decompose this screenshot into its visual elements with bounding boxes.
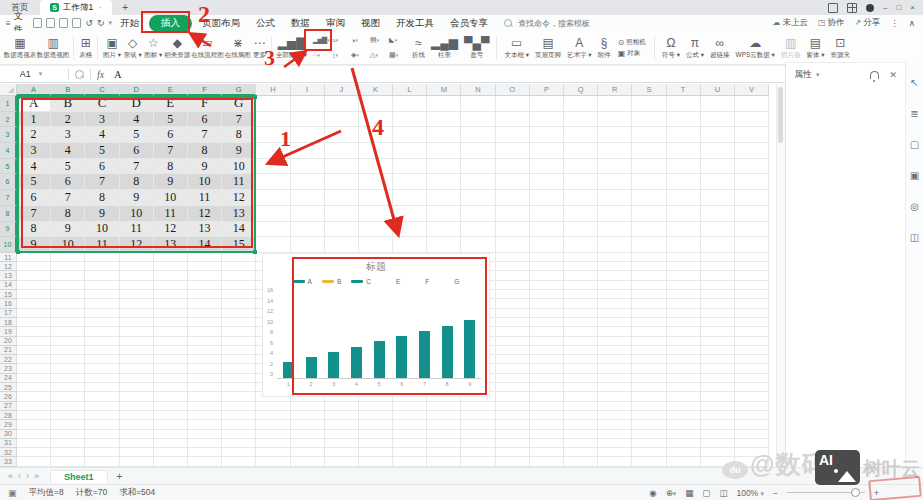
cell-O22[interactable] xyxy=(496,355,530,364)
select-all-corner[interactable] xyxy=(0,84,17,96)
online-mindmap-button[interactable]: ⋇在线脑图 xyxy=(225,36,251,60)
cell-G30[interactable] xyxy=(222,430,256,439)
stock-chart-button[interactable]: ↕▾ xyxy=(330,48,349,63)
column-header-T[interactable]: T xyxy=(667,84,701,96)
symbol-button[interactable]: Ω符号 ▾ xyxy=(660,36,682,60)
column-header-R[interactable]: R xyxy=(598,84,632,96)
cell-Q23[interactable] xyxy=(564,364,598,373)
cell-V27[interactable] xyxy=(735,402,769,411)
cell-T20[interactable] xyxy=(667,337,701,346)
last-sheet-button[interactable]: » xyxy=(34,471,39,481)
cell-A3[interactable]: 2 xyxy=(17,127,51,143)
collapse-ribbon-button[interactable]: ∧ xyxy=(909,18,915,28)
page-break-view-icon[interactable]: ◫ xyxy=(719,488,727,498)
cell-Q24[interactable] xyxy=(564,374,598,383)
cell-F10[interactable]: 14 xyxy=(188,237,222,253)
more-menu-button[interactable]: ⋮ xyxy=(890,18,899,28)
form-button[interactable]: ▤窗体 ▾ xyxy=(804,36,826,60)
cell-B33[interactable] xyxy=(51,457,85,466)
cell-B10[interactable]: 10 xyxy=(51,237,85,253)
cell-N7[interactable] xyxy=(461,190,495,206)
column-header-K[interactable]: K xyxy=(359,84,393,96)
bar-2[interactable] xyxy=(306,357,317,378)
cell-V5[interactable] xyxy=(735,159,769,175)
cell-C2[interactable]: 3 xyxy=(85,112,119,128)
cell-C21[interactable] xyxy=(85,346,119,355)
cell-G2[interactable]: 7 xyxy=(222,112,256,128)
cell-O4[interactable] xyxy=(496,143,530,159)
bar-9[interactable] xyxy=(464,320,475,378)
cell-R9[interactable] xyxy=(598,222,632,238)
cell-R22[interactable] xyxy=(598,355,632,364)
shapes-button[interactable]: ◇形状 ▾ xyxy=(123,36,143,60)
cell-H9[interactable] xyxy=(256,222,290,238)
cell-G4[interactable]: 9 xyxy=(222,143,256,159)
cell-B25[interactable] xyxy=(51,383,85,392)
cell-Q26[interactable] xyxy=(564,392,598,401)
cell-D16[interactable] xyxy=(120,299,154,308)
cell-P18[interactable] xyxy=(530,318,564,327)
cell-T24[interactable] xyxy=(667,374,701,383)
bar-4[interactable] xyxy=(351,347,362,379)
cell-V2[interactable] xyxy=(735,112,769,128)
cell-U23[interactable] xyxy=(701,364,735,373)
column-header-V[interactable]: V xyxy=(735,84,769,96)
close-button[interactable]: × xyxy=(910,3,915,12)
row-header-17[interactable]: 17 xyxy=(0,309,17,318)
cell-O23[interactable] xyxy=(496,364,530,373)
cell-P14[interactable] xyxy=(530,281,564,290)
cell-R27[interactable] xyxy=(598,402,632,411)
cell-F20[interactable] xyxy=(188,337,222,346)
cell-A17[interactable] xyxy=(17,309,51,318)
cell-R1[interactable] xyxy=(598,96,632,112)
cell-O7[interactable] xyxy=(496,190,530,206)
line-chart-button[interactable]: ≈▾ xyxy=(330,33,349,48)
cell-R19[interactable] xyxy=(598,327,632,336)
cell-M30[interactable] xyxy=(427,430,461,439)
cell-F6[interactable]: 10 xyxy=(188,174,222,190)
cell-F17[interactable] xyxy=(188,309,222,318)
cell-J10[interactable] xyxy=(325,237,359,253)
cell-E1[interactable]: E xyxy=(154,96,188,112)
cell-G28[interactable] xyxy=(222,411,256,420)
column-header-N[interactable]: N xyxy=(461,84,495,96)
table-button[interactable]: ⊞表格 xyxy=(78,36,93,60)
export-icon[interactable] xyxy=(46,18,55,28)
cell-K9[interactable] xyxy=(359,222,393,238)
cell-F33[interactable] xyxy=(188,457,222,466)
cell-Q9[interactable] xyxy=(564,222,598,238)
bar-5[interactable] xyxy=(374,341,385,378)
cell-J3[interactable] xyxy=(325,127,359,143)
cell-F12[interactable] xyxy=(188,262,222,271)
cell-A2[interactable]: 1 xyxy=(17,112,51,128)
cell-A28[interactable] xyxy=(17,411,51,420)
cell-K28[interactable] xyxy=(359,411,393,420)
bar-1[interactable] xyxy=(283,362,294,378)
cell-F26[interactable] xyxy=(188,392,222,401)
cell-L1[interactable] xyxy=(393,96,427,112)
cell-O32[interactable] xyxy=(496,448,530,457)
cell-Q31[interactable] xyxy=(564,439,598,448)
cell-T32[interactable] xyxy=(667,448,701,457)
cell-L33[interactable] xyxy=(393,457,427,466)
cell-R24[interactable] xyxy=(598,374,632,383)
cell-M9[interactable] xyxy=(427,222,461,238)
cell-G5[interactable]: 10 xyxy=(222,159,256,175)
cell-R28[interactable] xyxy=(598,411,632,420)
cell-V30[interactable] xyxy=(735,430,769,439)
cell-O16[interactable] xyxy=(496,299,530,308)
cell-K5[interactable] xyxy=(359,159,393,175)
cell-T30[interactable] xyxy=(667,430,701,439)
menu-tab-公式[interactable]: 公式 xyxy=(248,17,283,30)
cell-L8[interactable] xyxy=(393,206,427,222)
cell-A5[interactable]: 4 xyxy=(17,159,51,175)
cell-C31[interactable] xyxy=(85,439,119,448)
cell-V13[interactable] xyxy=(735,271,769,280)
cell-T33[interactable] xyxy=(667,457,701,466)
cell-G33[interactable] xyxy=(222,457,256,466)
cell-T6[interactable] xyxy=(667,174,701,190)
cell-E13[interactable] xyxy=(154,271,188,280)
cell-E33[interactable] xyxy=(154,457,188,466)
cell-U29[interactable] xyxy=(701,420,735,429)
cell-S1[interactable] xyxy=(632,96,666,112)
